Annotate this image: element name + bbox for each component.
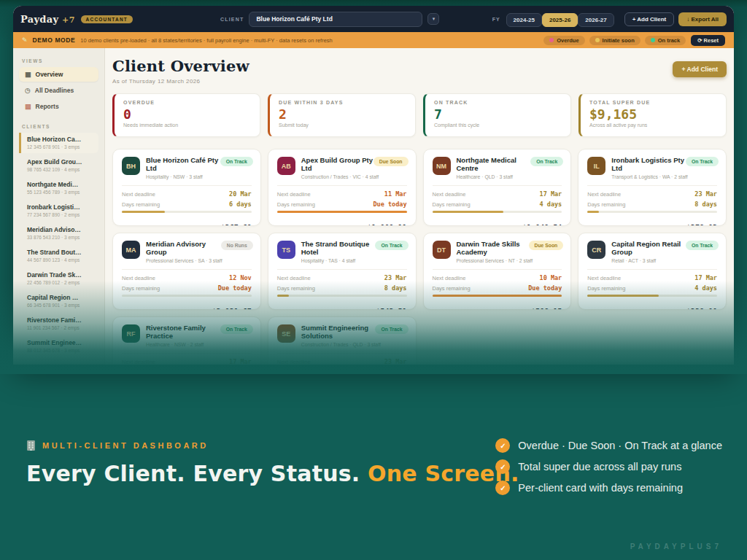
sidebar-client-item[interactable]: Northgate Medi… 55 123 456 789 · 3 emps	[19, 178, 98, 198]
sidebar-client-meta: 66 345 678 901 · 3 emps	[27, 303, 93, 308]
summary-label: DUE WITHIN 3 DAYS	[279, 100, 406, 105]
client-card-meta: Retail · ACT · 3 staff	[611, 258, 717, 263]
client-card-meta: Construction / Trades · QLD · 3 staff	[301, 342, 407, 347]
days-remaining-value: Due today	[373, 201, 406, 208]
client-card[interactable]: RF Riverstone Family Practice Healthcare…	[112, 316, 261, 365]
demo-mode-title: DEMO MODE	[33, 36, 76, 44]
client-select[interactable]: Blue Horizon Café Pty Ltd	[249, 12, 422, 27]
remaining-row: Days remaining 4 days	[587, 284, 717, 292]
client-card-footer: weekly · 07 Mar pay run $228.00	[587, 308, 717, 310]
summary-card: DUE WITHIN 3 DAYS 2 Submit today	[268, 93, 416, 137]
remaining-row: Days remaining 6 days	[122, 201, 252, 208]
sidebar-client-name: Ironbark Logisti…	[27, 203, 93, 211]
fy-pill[interactable]: 2024-25	[506, 13, 542, 27]
progress-fill	[277, 211, 407, 213]
super-amount: $267.69	[221, 224, 252, 226]
export-all-button[interactable]: ↓ Export All	[678, 12, 727, 26]
sidebar-client-item[interactable]: Apex Build Grou… 98 765 432 109 · 4 emps	[19, 155, 98, 176]
sidebar-client-name: Northgate Medi…	[27, 181, 93, 188]
days-remaining-label: Days remaining	[122, 201, 160, 208]
divider	[587, 269, 717, 270]
divider	[277, 185, 407, 186]
fy-pill-group: 2024-252025-262026-27	[506, 12, 614, 27]
remaining-row: Days remaining 8 days	[587, 201, 717, 208]
sidebar-client-item[interactable]: Capital Region … 66 345 678 901 · 3 emps	[19, 291, 98, 311]
next-deadline-value: 23 Mar	[384, 358, 407, 365]
summary-subtext: Compliant this cycle	[434, 122, 562, 128]
summary-subtext: Needs immediate action	[123, 122, 251, 128]
remaining-row: Days remaining Due today	[122, 284, 252, 292]
sidebar-client-name: The Strand Bout…	[27, 249, 93, 256]
plan-label: Accountant Pack · 10 Clients	[22, 363, 96, 365]
fy-pill-label: 2025-26	[549, 17, 570, 23]
sidebar-client-item[interactable]: Darwin Trade Sk… 22 456 789 012 · 2 emps	[19, 268, 98, 289]
page-title: Client Overview	[112, 57, 249, 75]
reset-button[interactable]: ⟳ Reset	[691, 35, 725, 46]
sidebar-client-item[interactable]: The Strand Bout… 44 567 890 123 · 4 emps	[19, 246, 98, 266]
demo-mode-description: 10 demo clients pre-loaded · all 8 state…	[80, 37, 538, 44]
sidebar-view-item[interactable]: ▦ Overview	[19, 67, 98, 82]
sidebar-client-name: Blue Horizon Ca…	[27, 136, 93, 143]
summary-label: TOTAL SUPER DUE	[589, 100, 717, 105]
client-card[interactable]: BH Blue Horizon Café Pty Ltd Hospitality…	[112, 149, 261, 226]
client-avatar: AB	[277, 157, 295, 175]
super-amount: $1,009.11	[367, 224, 406, 226]
next-deadline-label: Next deadline	[277, 359, 311, 365]
sidebar-client-meta: 55 123 456 789 · 3 emps	[27, 190, 93, 195]
super-amount: $543.51	[376, 308, 406, 310]
client-card[interactable]: DT Darwin Trade Skills Academy Professio…	[423, 233, 572, 310]
add-client-button-top[interactable]: + Add Client	[624, 12, 675, 26]
promo-bullet: ✓ Per-client card with days remaining	[495, 481, 722, 495]
super-amount: $1,049.54	[522, 224, 562, 226]
client-caret-button[interactable]: ▾	[427, 13, 439, 25]
client-card[interactable]: SE Summit Engineering Solutions Construc…	[268, 316, 417, 365]
next-deadline-value: 12 Nov	[229, 274, 252, 281]
client-avatar: MA	[122, 241, 140, 259]
sidebar-client-item[interactable]: Blue Horizon Ca… 12 345 678 901 · 3 emps	[19, 133, 98, 153]
status-badge: On Track	[530, 157, 563, 166]
topbar-actions: FY 2024-252025-262026-27 + Add Client ↓ …	[492, 12, 727, 27]
fy-pill[interactable]: 2026-27	[578, 13, 614, 27]
sidebar-view-item[interactable]: ▤ Reports	[19, 99, 98, 114]
sidebar-client-name: Capital Region …	[27, 294, 93, 301]
sidebar-client-item[interactable]: Riverstone Fami… 11 901 234 567 · 2 emps	[19, 314, 98, 334]
client-avatar: IL	[587, 157, 605, 175]
sidebar-client-item[interactable]: Ironbark Logisti… 77 234 567 890 · 2 emp…	[19, 201, 98, 221]
views-heading: VIEWS	[22, 58, 96, 63]
client-card[interactable]: IL Ironbark Logistics Pty Ltd Transport …	[578, 149, 727, 226]
views-list: ▦ Overview ◷ All Deadlines ▤ Reports	[19, 67, 98, 115]
client-card[interactable]: CR Capital Region Retail Group Retail · …	[578, 233, 727, 310]
summary-cards: OVERDUE 0 Needs immediate action DUE WIT…	[112, 93, 727, 137]
sidebar-client-item[interactable]: Summit Enginee… 88 012 345 678 · 3 emps	[19, 336, 98, 357]
top-nav-bar: Payday +7 ACCOUNTANT CLIENT Blue Horizon…	[13, 6, 734, 32]
view-label: Overview	[36, 71, 63, 78]
client-card[interactable]: TS The Strand Boutique Hotel Hospitality…	[268, 233, 417, 310]
sidebar-client-name: Apex Build Grou…	[27, 158, 93, 166]
sidebar-view-item[interactable]: ◷ All Deadlines	[19, 83, 98, 98]
promo-bullet-text: Total super due across all pay runs	[518, 461, 681, 472]
demo-mode-bar: ✎ DEMO MODE 10 demo clients pre-loaded ·…	[13, 32, 734, 48]
client-selector-group: CLIENT Blue Horizon Café Pty Ltd ▾	[220, 12, 439, 27]
view-icon: ▦	[25, 71, 31, 78]
super-amount: $598.15	[531, 308, 562, 310]
view-icon: ▤	[25, 104, 31, 110]
progress-bar	[277, 211, 407, 213]
view-icon: ◷	[25, 88, 31, 94]
deadline-row: Next deadline 23 Mar	[277, 274, 407, 281]
promo-bullet: ✓ Overdue · Due Soon · On Track at a gla…	[495, 438, 722, 453]
client-card[interactable]: MA Meridian Advisory Group Professional …	[112, 233, 261, 310]
client-card-footer: monthly · 31 Oct pay run $3,021.67	[122, 308, 252, 310]
check-icon: ✓	[495, 438, 510, 453]
client-avatar: CR	[587, 241, 605, 259]
add-client-button-main[interactable]: + Add Client	[673, 61, 727, 77]
status-badge: On Track	[375, 241, 408, 250]
sidebar-footer: Accountant Pack · 10 Clients 0 / 10 clie…	[19, 359, 98, 365]
sidebar-client-item[interactable]: Meridian Adviso… 33 876 543 210 · 3 emps	[19, 223, 98, 244]
promo-eyebrow-text: MULTI-CLIENT DASHBOARD	[42, 441, 209, 450]
client-card[interactable]: NM Northgate Medical Centre Healthcare ·…	[423, 149, 572, 226]
days-remaining-label: Days remaining	[587, 201, 625, 208]
client-card[interactable]: AB Apex Build Group Pty Ltd Construction…	[268, 149, 417, 226]
fy-pill[interactable]: 2025-26	[542, 13, 578, 27]
summary-subtext: Submit today	[279, 122, 406, 128]
next-deadline-label: Next deadline	[277, 275, 311, 281]
